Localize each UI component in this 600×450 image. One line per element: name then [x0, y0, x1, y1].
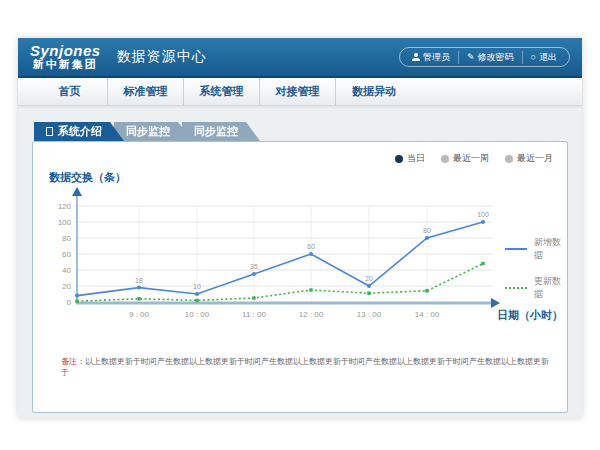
- tab-1[interactable]: 系统介绍: [34, 122, 124, 141]
- user-icon: [412, 53, 420, 61]
- tab-label: 系统介绍: [58, 124, 102, 139]
- tab-label: 同步监控: [126, 124, 170, 139]
- user-toolbar: 管理员 ✎ 修改密码 ○ 退出: [399, 47, 570, 67]
- line-chart: 0204060801001209 : 0010 : 0011 : 0012 : …: [41, 186, 501, 336]
- svg-text:100: 100: [58, 218, 72, 227]
- svg-text:100: 100: [477, 211, 489, 218]
- logo-text-cn: 新中新集团: [30, 59, 101, 71]
- radio-label: 当日: [407, 152, 425, 165]
- svg-text:20: 20: [62, 282, 71, 291]
- app-window: Synjones 新中新集团 数据资源中心 管理员 ✎ 修改密码 ○ 退出 首页…: [18, 38, 582, 418]
- legend-item-2: 更新数据: [505, 275, 567, 301]
- radio-dot-icon: [395, 155, 403, 163]
- svg-text:10: 10: [193, 283, 201, 290]
- logout-label: 退出: [539, 51, 557, 64]
- svg-text:10 : 00: 10 : 00: [185, 310, 210, 319]
- radio-option-3[interactable]: 最近一月: [505, 152, 553, 165]
- power-icon: ○: [531, 53, 536, 62]
- logo: Synjones 新中新集团: [30, 43, 101, 70]
- svg-text:35: 35: [250, 263, 258, 270]
- legend-swatch: [505, 287, 527, 289]
- svg-text:18: 18: [135, 277, 143, 284]
- radio-dot-icon: [441, 155, 449, 163]
- edit-icon: ✎: [467, 53, 475, 62]
- admin-user-button[interactable]: 管理员: [404, 51, 458, 64]
- nav-item-4[interactable]: 对接管理: [260, 78, 336, 105]
- y-axis-title: 数据交换（条）: [49, 170, 126, 185]
- legend-label: 新增数据: [534, 236, 567, 262]
- nav-item-2[interactable]: 标准管理: [108, 78, 184, 105]
- tab-3[interactable]: 同步监控: [182, 122, 260, 141]
- radio-option-1[interactable]: 当日: [395, 152, 425, 165]
- svg-text:40: 40: [62, 266, 71, 275]
- svg-text:12 : 00: 12 : 00: [299, 310, 324, 319]
- nav-item-5[interactable]: 数据异动: [336, 78, 412, 105]
- main-nav: 首页标准管理系统管理对接管理数据异动: [18, 78, 582, 106]
- radio-label: 最近一月: [517, 152, 553, 165]
- svg-text:80: 80: [62, 234, 71, 243]
- change-password-button[interactable]: ✎ 修改密码: [458, 51, 522, 64]
- tab-bar: 系统介绍同步监控同步监控: [34, 122, 568, 141]
- content-area: 系统介绍同步监控同步监控 当日最近一周最近一月 数据交换（条） 02040608…: [18, 106, 582, 418]
- svg-text:20: 20: [365, 275, 373, 282]
- svg-text:120: 120: [58, 202, 72, 211]
- svg-text:60: 60: [62, 250, 71, 259]
- time-range-filter: 当日最近一周最近一月: [395, 152, 553, 165]
- x-axis-title: 日期（小时）: [497, 308, 563, 323]
- svg-text:14 : 00: 14 : 00: [415, 310, 440, 319]
- svg-text:11 : 00: 11 : 00: [242, 310, 266, 319]
- footnote-text: 以上数据更新于时间产生数据以上数据更新于时间产生数据以上数据更新于时间产生数据以…: [61, 357, 549, 377]
- radio-label: 最近一周: [453, 152, 489, 165]
- nav-item-1[interactable]: 首页: [32, 78, 108, 105]
- svg-text:13 : 00: 13 : 00: [357, 310, 382, 319]
- document-icon: [46, 127, 53, 136]
- logo-text-en: Synjones: [30, 43, 101, 59]
- svg-text:0: 0: [67, 298, 72, 307]
- radio-option-2[interactable]: 最近一周: [441, 152, 489, 165]
- footnote-label: 备注：: [61, 357, 85, 366]
- footnote: 备注：以上数据更新于时间产生数据以上数据更新于时间产生数据以上数据更新于时间产生…: [61, 356, 549, 378]
- change-password-label: 修改密码: [478, 51, 514, 64]
- header: Synjones 新中新集团 数据资源中心 管理员 ✎ 修改密码 ○ 退出: [18, 38, 582, 78]
- legend-swatch: [505, 248, 527, 250]
- tab-2[interactable]: 同步监控: [114, 122, 192, 141]
- system-intro-panel: 当日最近一周最近一月 数据交换（条） 0204060801001209 : 00…: [32, 141, 568, 413]
- page-title: 数据资源中心: [117, 48, 207, 66]
- nav-item-3[interactable]: 系统管理: [184, 78, 260, 105]
- legend-item-1: 新增数据: [505, 236, 567, 262]
- svg-text:60: 60: [307, 243, 315, 250]
- admin-user-label: 管理员: [423, 51, 450, 64]
- chart-legend: 新增数据更新数据: [505, 236, 567, 301]
- radio-dot-icon: [505, 155, 513, 163]
- tab-label: 同步监控: [194, 124, 238, 139]
- svg-text:80: 80: [423, 227, 431, 234]
- logout-button[interactable]: ○ 退出: [522, 51, 565, 64]
- svg-text:9 : 00: 9 : 00: [129, 310, 150, 319]
- legend-label: 更新数据: [534, 275, 567, 301]
